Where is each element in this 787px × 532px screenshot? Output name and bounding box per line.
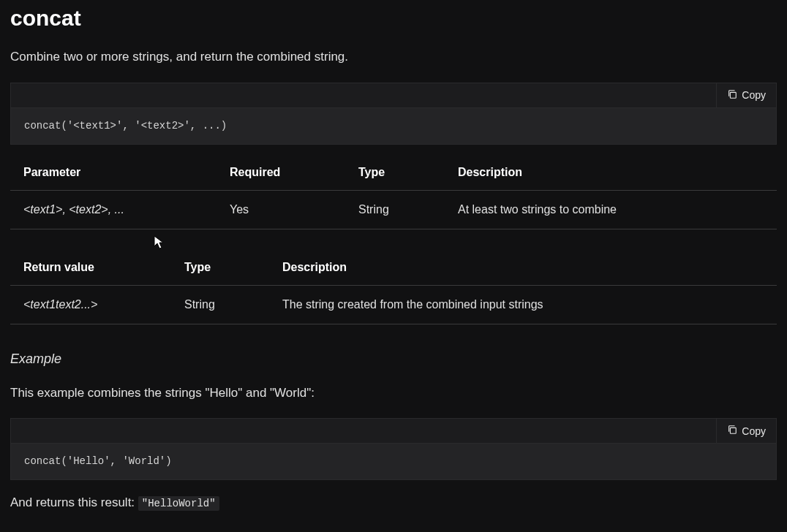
svg-rect-0 xyxy=(731,92,737,98)
cell-type: String xyxy=(357,190,456,229)
copy-icon xyxy=(727,89,737,102)
copy-button[interactable]: Copy xyxy=(716,83,776,107)
syntax-code-block: Copy concat('<text1>', '<text2>', ...) xyxy=(10,83,777,145)
copy-button[interactable]: Copy xyxy=(716,419,776,443)
cell-parameter: <text1>, <text2>, ... xyxy=(10,190,228,229)
result-value: "HelloWorld" xyxy=(138,496,219,511)
result-line: And returns this result: "HelloWorld" xyxy=(10,493,777,512)
col-description: Description xyxy=(456,155,777,191)
example-description: This example combines the strings "Hello… xyxy=(10,384,777,403)
cell-description: The string created from the combined inp… xyxy=(281,285,777,324)
copy-label: Copy xyxy=(742,89,766,101)
return-table: Return value Type Description <text1text… xyxy=(10,250,777,324)
cell-type: String xyxy=(183,285,281,324)
copy-label: Copy xyxy=(742,425,766,437)
page-title: concat xyxy=(10,1,777,34)
col-type: Type xyxy=(183,250,281,286)
result-prefix: And returns this result: xyxy=(10,495,138,509)
syntax-code: concat('<text1>', '<text2>', ...) xyxy=(11,108,776,144)
table-header-row: Parameter Required Type Description xyxy=(10,155,777,191)
cell-description: At least two strings to combine xyxy=(456,190,777,229)
table-row: <text1>, <text2>, ... Yes String At leas… xyxy=(10,190,777,229)
cell-required: Yes xyxy=(228,190,357,229)
cell-return-value: <text1text2...> xyxy=(10,285,183,324)
col-description: Description xyxy=(281,250,777,286)
svg-rect-1 xyxy=(731,428,737,433)
example-heading: Example xyxy=(10,349,777,369)
parameters-table: Parameter Required Type Description <tex… xyxy=(10,155,777,229)
example-code-block: Copy concat('Hello', 'World') xyxy=(10,418,777,480)
col-type: Type xyxy=(357,155,456,191)
table-row: <text1text2...> String The string create… xyxy=(10,285,777,324)
example-code: concat('Hello', 'World') xyxy=(11,444,776,479)
copy-icon xyxy=(727,425,737,437)
col-required: Required xyxy=(228,155,357,191)
function-description: Combine two or more strings, and return … xyxy=(10,48,777,66)
code-header: Copy xyxy=(11,419,776,444)
col-parameter: Parameter xyxy=(10,155,228,191)
col-return-value: Return value xyxy=(10,250,183,286)
table-header-row: Return value Type Description xyxy=(10,250,777,286)
code-header: Copy xyxy=(11,83,776,108)
